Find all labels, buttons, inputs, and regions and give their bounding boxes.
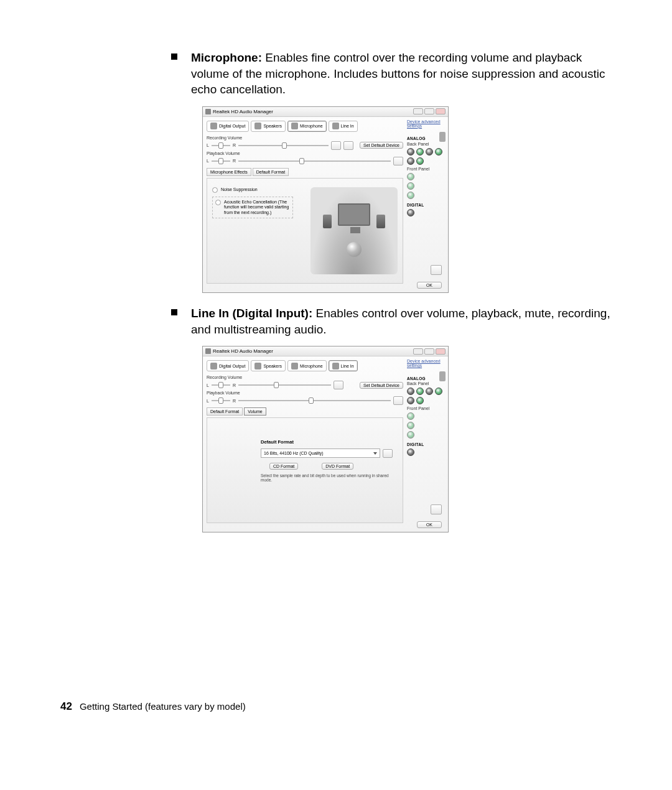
ok-button[interactable]: OK [417, 521, 442, 528]
window-min-button[interactable] [413, 108, 423, 114]
window-titlebar: Realtek HD Audio Manager [203, 346, 448, 356]
audio-port[interactable] [407, 209, 414, 216]
subtab-volume[interactable]: Volume [244, 407, 266, 416]
noise-suppression-label: Noise Suppression [221, 187, 258, 192]
recording-volume-slider[interactable] [238, 142, 329, 149]
noise-suppression-option[interactable]: Noise Suppression [212, 187, 293, 193]
dvd-format-button[interactable]: DVD Format [322, 463, 353, 470]
r-label: R [233, 159, 236, 163]
audio-port[interactable] [407, 157, 414, 165]
audio-port[interactable] [407, 412, 414, 420]
window-title: Realtek HD Audio Manager [213, 109, 273, 114]
audio-port[interactable] [407, 192, 414, 199]
balance-slider[interactable] [212, 142, 230, 149]
microphone-icon [291, 123, 298, 129]
tab-digital-output[interactable]: Digital Output [207, 121, 249, 132]
subtab-default-format[interactable]: Default Format [207, 407, 243, 416]
mute-button[interactable] [331, 141, 341, 150]
playback-volume-slider[interactable] [238, 158, 391, 164]
info-button[interactable] [431, 265, 442, 275]
set-default-button[interactable]: Set Default Device [360, 142, 403, 149]
mute-button[interactable] [393, 396, 403, 405]
audio-port[interactable] [416, 388, 424, 395]
front-panel-label: Front Panel [407, 406, 446, 411]
subtab-mic-effects[interactable]: Microphone Effects [207, 168, 251, 176]
subtab-default-format[interactable]: Default Format [253, 168, 289, 176]
window-close-button[interactable] [436, 348, 446, 355]
audio-port[interactable] [407, 422, 414, 429]
tab-speakers[interactable]: Speakers [251, 360, 286, 371]
device-tabs: Digital Output Speakers Microphone Line … [207, 121, 403, 132]
digital-ports [407, 209, 446, 216]
front-panel-ports [407, 412, 446, 439]
recording-volume-slider[interactable] [238, 382, 331, 388]
audio-port[interactable] [416, 397, 424, 404]
tab-speakers[interactable]: Speakers [251, 121, 286, 132]
audio-port[interactable] [416, 157, 424, 165]
page-footer-text: Getting Started (features vary by model) [80, 701, 246, 712]
window-min-button[interactable] [413, 348, 423, 355]
connector-icon[interactable] [439, 132, 446, 142]
device-advanced-link[interactable]: Device advanced settings [407, 119, 446, 128]
audio-port[interactable] [407, 397, 414, 404]
monitor-icon [338, 203, 370, 226]
window-max-button[interactable] [424, 108, 434, 114]
l-label: L [207, 399, 209, 403]
speaker-icon [205, 348, 211, 354]
radio-icon [212, 187, 218, 193]
audio-port[interactable] [407, 148, 414, 156]
balance-slider[interactable] [212, 158, 230, 164]
audio-port[interactable] [407, 448, 414, 456]
cd-format-button[interactable]: CD Format [269, 463, 298, 470]
back-panel-label: Back Panel [407, 381, 446, 386]
tab-line-in[interactable]: Line In [329, 360, 358, 371]
page-number: 42 [60, 700, 72, 713]
audio-port[interactable] [407, 182, 414, 190]
audio-port[interactable] [426, 148, 433, 156]
playback-volume-slider[interactable] [238, 397, 391, 404]
aec-option[interactable]: Acoustic Echo Cancellation (The function… [212, 197, 293, 218]
window-title: Realtek HD Audio Manager [213, 348, 273, 354]
balance-slider[interactable] [212, 382, 230, 388]
effects-panel: Noise Suppression Acoustic Echo Cancella… [207, 178, 403, 284]
default-format-heading: Default Format [261, 439, 393, 445]
tab-label: Speakers [263, 124, 282, 128]
connector-icon[interactable] [439, 371, 446, 381]
digital-ports [407, 448, 446, 456]
audio-port[interactable] [407, 173, 414, 180]
boost-button[interactable] [343, 141, 353, 150]
audio-port[interactable] [407, 431, 414, 439]
l-label: L [207, 383, 209, 388]
microphone-icon [291, 363, 298, 369]
device-advanced-link[interactable]: Device advanced settings [407, 359, 446, 368]
tab-label: Digital Output [219, 364, 245, 368]
line-in-icon [332, 363, 339, 369]
line-in-desc: Line In (Digital Input): Enables control… [191, 305, 616, 337]
audio-port[interactable] [407, 388, 414, 395]
tab-microphone[interactable]: Microphone [287, 121, 327, 132]
window-max-button[interactable] [424, 348, 434, 355]
set-default-button[interactable]: Set Default Device [360, 382, 403, 389]
audio-port[interactable] [435, 148, 442, 156]
recording-volume-label: Recording Volume [207, 136, 403, 140]
audio-port[interactable] [426, 388, 433, 395]
window-close-button[interactable] [436, 108, 446, 114]
tab-digital-output[interactable]: Digital Output [207, 360, 249, 371]
audio-port[interactable] [416, 148, 424, 156]
ok-button[interactable]: OK [417, 282, 442, 289]
balance-slider[interactable] [212, 397, 230, 404]
tab-microphone[interactable]: Microphone [287, 360, 327, 371]
tab-label: Digital Output [219, 124, 245, 128]
window-titlebar: Realtek HD Audio Manager [203, 107, 448, 117]
tab-line-in[interactable]: Line In [329, 121, 358, 132]
audio-port[interactable] [435, 388, 442, 395]
mute-button[interactable] [393, 157, 403, 165]
format-select[interactable]: 16 Bits, 44100 Hz (CD Quality) [261, 448, 380, 458]
playback-volume-label: Playback Volume [207, 391, 403, 395]
play-test-button[interactable] [383, 449, 393, 458]
info-button[interactable] [431, 504, 442, 514]
mute-button[interactable] [334, 381, 343, 389]
r-label: R [233, 383, 236, 388]
back-panel-ports [407, 388, 446, 404]
speaker-visual [310, 187, 398, 274]
